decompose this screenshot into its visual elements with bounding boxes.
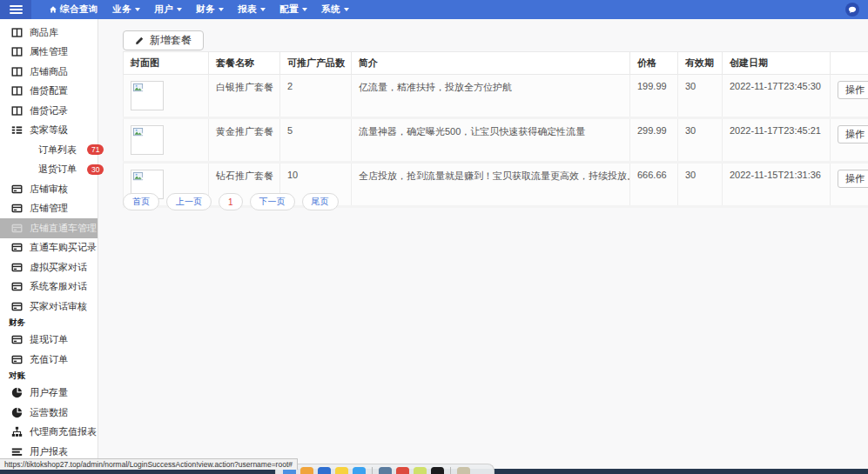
- broken-image-icon: [131, 125, 164, 155]
- sidebar-item-9[interactable]: 店铺审核: [0, 179, 98, 199]
- add-package-button[interactable]: 新增套餐: [123, 30, 204, 50]
- navbar-menu-item-5[interactable]: 报表: [238, 3, 266, 16]
- first-page-button[interactable]: 首页: [123, 193, 159, 210]
- prev-page-button[interactable]: 上一页: [166, 193, 212, 210]
- sidebar-item-5[interactable]: 借贷记录: [0, 101, 98, 121]
- notes-icon[interactable]: [335, 467, 348, 474]
- sidebar-item-8[interactable]: 退货订单30: [0, 160, 98, 180]
- cell-intro: 流量神器，确定曝光500，让宝贝快速获得确定性流量: [352, 118, 630, 163]
- trash-icon[interactable]: [457, 467, 470, 474]
- sitemap-icon: [11, 426, 23, 437]
- cell-name: 白银推广套餐: [209, 75, 280, 118]
- sidebar-item-13[interactable]: 虚拟买家对话: [0, 257, 98, 277]
- sidebar-item-6[interactable]: 卖家等级: [0, 121, 98, 141]
- navbar-menu-label: 用户: [154, 3, 173, 16]
- cell-price: 666.66: [630, 163, 678, 207]
- navbar-menu-item-1[interactable]: 综合查询: [49, 3, 98, 16]
- sidebar-item-label: 虚拟买家对话: [30, 261, 87, 274]
- package-table: 封面图套餐名称可推广产品数简介价格有效期创建日期 白银推广套餐2亿流量，精准扶持…: [123, 51, 868, 208]
- last-page-button[interactable]: 尾页: [302, 193, 339, 210]
- sidebar-item-22[interactable]: 代理商充值报表: [0, 423, 98, 443]
- sidebar-item-label: 店铺审核: [30, 183, 68, 196]
- sidebar-item-12[interactable]: 直通车购买记录: [0, 238, 98, 258]
- app-gray-icon[interactable]: [379, 467, 392, 474]
- card-icon: [11, 334, 23, 345]
- table-column-header: 封面图: [124, 52, 209, 75]
- macos-dock: [275, 464, 495, 474]
- cover-image-cell: [124, 75, 209, 118]
- sidebar-item-3[interactable]: 店铺商品: [0, 62, 98, 82]
- bars-icon: [11, 446, 23, 457]
- navbar-menu-item-7[interactable]: 系统: [321, 3, 349, 16]
- row-action-button[interactable]: 操作: [838, 81, 868, 99]
- sidebar-item-10[interactable]: 店铺管理: [0, 199, 98, 219]
- cell-validity: 30: [678, 75, 723, 118]
- list-indent-icon: [11, 124, 23, 136]
- sidebar-item-label: 运营数据: [30, 406, 68, 419]
- sidebar-item-4[interactable]: 借贷配置: [0, 82, 98, 102]
- card-icon: [11, 262, 23, 273]
- hamburger-menu-icon[interactable]: [0, 0, 31, 19]
- columns-icon: [11, 85, 23, 97]
- cell-intro: 亿流量，精准扶持，投放全方位护航: [352, 75, 630, 118]
- card-icon: [11, 242, 23, 253]
- sidebar-item-14[interactable]: 系统客服对话: [0, 277, 98, 297]
- chat-button[interactable]: [845, 3, 859, 17]
- action-cell: 操作: [831, 163, 868, 207]
- sidebar-item-20[interactable]: 用户存量: [0, 384, 98, 404]
- chevron-down-icon: [260, 8, 266, 11]
- sidebar-item-18[interactable]: 充值订单: [0, 350, 98, 370]
- navbar-menu-label: 综合查询: [60, 3, 98, 16]
- columns-icon: [11, 46, 23, 57]
- sidebar-item-11[interactable]: 店铺直通车管理: [0, 218, 98, 238]
- sidebar-item-2[interactable]: 属性管理: [0, 43, 98, 63]
- app-green-icon[interactable]: [414, 467, 427, 474]
- appstore-icon[interactable]: [353, 467, 366, 474]
- table-column-header: 可推广产品数: [280, 52, 352, 75]
- table-column-header: 简介: [352, 52, 630, 75]
- page-number-button[interactable]: 1: [219, 193, 243, 210]
- table-header-row: 封面图套餐名称可推广产品数简介价格有效期创建日期: [124, 52, 868, 75]
- chevron-down-icon: [219, 8, 224, 11]
- count-badge: 71: [87, 144, 104, 155]
- sidebar-item-1[interactable]: 商品库: [0, 23, 98, 43]
- chevron-down-icon: [135, 8, 140, 11]
- navbar-menu-label: 业务: [112, 3, 131, 16]
- pencil-icon: [135, 36, 145, 45]
- card-icon: [11, 184, 23, 195]
- app-red-icon[interactable]: [396, 467, 409, 474]
- sidebar-item-label: 属性管理: [30, 45, 68, 58]
- row-action-button[interactable]: 操作: [838, 125, 868, 144]
- cover-image-cell: [124, 118, 209, 163]
- sidebar-item-15[interactable]: 买家对话审核: [0, 297, 98, 317]
- sidebar-item-label: 店铺直通车管理: [30, 222, 97, 235]
- navbar-menu-item-6[interactable]: 配置: [279, 3, 307, 16]
- terminal-icon[interactable]: [431, 467, 444, 474]
- sidebar-item-7[interactable]: 订单列表71: [0, 140, 98, 160]
- sidebar-item-17[interactable]: 提现订单: [0, 330, 98, 350]
- next-page-button[interactable]: 下一页: [250, 193, 295, 210]
- pagination: 首页上一页1下一页尾页: [123, 193, 339, 210]
- sidebar-item-label: 买家对话审核: [30, 300, 87, 313]
- navbar-menu-item-3[interactable]: 用户: [154, 3, 182, 16]
- table-column-header: 创建日期: [723, 52, 831, 75]
- top-navbar: 综合查询业务用户财务报表配置系统: [0, 0, 868, 19]
- cell-created: 2022-11-17T23:45:30: [723, 75, 831, 118]
- navbar-menu-item-2[interactable]: 业务: [112, 3, 140, 16]
- sidebar-item-label: 订单列表: [38, 144, 77, 157]
- table-column-header: 套餐名称: [209, 52, 280, 75]
- navbar-menu-item-4[interactable]: 财务: [196, 3, 224, 16]
- chevron-down-icon: [177, 8, 182, 11]
- browser-icon[interactable]: [318, 467, 331, 474]
- sidebar-section-label: 对账: [0, 370, 98, 384]
- table-column-header: [831, 52, 868, 75]
- sidebar-item-label: 系统客服对话: [30, 280, 87, 293]
- sidebar-item-21[interactable]: 运营数据: [0, 403, 98, 423]
- cell-created: 2022-11-17T23:45:21: [723, 118, 831, 163]
- table-column-header: 价格: [630, 52, 678, 75]
- sidebar-item-label: 充值订单: [30, 353, 68, 366]
- launchpad-icon[interactable]: [300, 467, 313, 474]
- row-action-button[interactable]: 操作: [838, 170, 868, 188]
- table-row: 白银推广套餐2亿流量，精准扶持，投放全方位护航199.99302022-11-1…: [124, 75, 868, 118]
- action-cell: 操作: [831, 75, 868, 118]
